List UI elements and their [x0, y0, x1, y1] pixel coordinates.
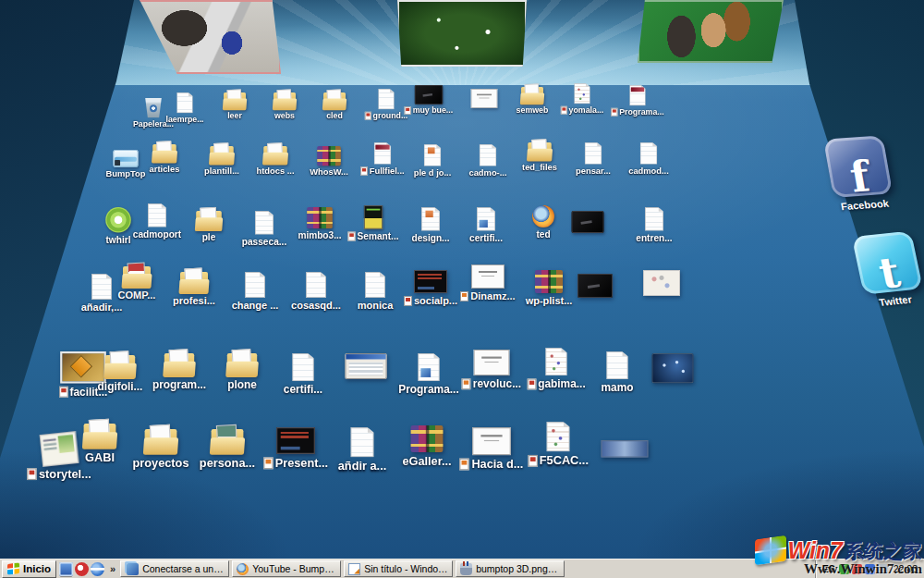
desktop-icon-doc-word[interactable]: Programa... [401, 353, 456, 395]
desktop-icon-slide-white[interactable]: Dinamz... [462, 264, 514, 301]
desktop-icon-slide-dark[interactable]: Present... [266, 427, 326, 469]
doc-red-icon [629, 85, 646, 105]
desktop-icon-doc[interactable]: certifi... [275, 353, 331, 395]
tray-icon-area [839, 564, 888, 574]
slide-dark-icon [414, 270, 447, 293]
desktop-icon-doc[interactable]: laemrpe... [164, 92, 206, 124]
opera-icon[interactable] [75, 562, 89, 576]
desktop-icon-folder[interactable]: program... [152, 353, 207, 390]
desktop-icon-folder[interactable]: GABI [70, 424, 130, 463]
toolbar-overflow-chevron[interactable]: » [107, 563, 118, 574]
desktop-icon-folder[interactable]: plantill... [200, 146, 244, 175]
paint-icon [460, 563, 472, 575]
desktop-icon-image-dark[interactable]: muy bue... [408, 85, 450, 115]
desktop-icon-slide-white[interactable]: Hacia d... [462, 427, 522, 470]
icon-label-text: F5CAC... [540, 454, 589, 467]
desktop-icon-image-blue[interactable] [645, 353, 700, 383]
desktop-icon-doc-word[interactable]: certifi... [462, 207, 510, 243]
show-desktop-icon[interactable] [59, 562, 73, 576]
desktop-icon-folder[interactable]: htdocs ... [253, 146, 298, 175]
desktop-icon-folder[interactable]: articles [142, 144, 187, 173]
desktop-icon-doc-sketch[interactable]: gabima... [529, 348, 584, 389]
desktop-icon-slide-white[interactable]: revoluc... [464, 350, 519, 389]
desktop-icon-folder-red[interactable]: COMP... [111, 266, 163, 301]
desktop-icon-firefox[interactable]: ted [519, 205, 567, 240]
desktop-icon-image-banner[interactable] [595, 440, 655, 458]
taskbar-button[interactable]: bumptop 3D.png - Paint.... [456, 560, 565, 577]
icon-label-text: BumpTop [106, 168, 146, 178]
desktop-icon-bumptop[interactable]: BumpTop [103, 150, 148, 178]
folder-icon [263, 146, 287, 165]
desktop-icon-folder[interactable]: plone [214, 353, 270, 390]
desktop-icon-doc[interactable]: change ... [229, 272, 281, 311]
facebook-shortcut[interactable]: f Facebook [823, 135, 895, 212]
desktop-icon-folder-photo[interactable]: persona... [198, 429, 258, 469]
desktop-icon-doc-dark[interactable]: Semant... [349, 205, 397, 241]
desktop-icon-folder[interactable]: ted_files [517, 142, 562, 171]
taskbar-button[interactable]: Sin título - Windows Live ... [344, 560, 453, 577]
desktop-icon-folder[interactable]: webs [264, 92, 306, 120]
desktop-icon-folder[interactable]: semweb [512, 87, 553, 115]
icon-label-text: Programa... [619, 107, 663, 117]
folder-photo-icon [212, 429, 244, 454]
tray-gray-icon[interactable] [878, 564, 888, 574]
sandals-on-grass-photo[interactable] [638, 0, 784, 63]
desktop-icon-image-dark[interactable] [569, 274, 621, 298]
desktop-icon-image-light[interactable] [636, 270, 687, 296]
icon-label: Hacia d... [460, 457, 524, 470]
start-button[interactable]: Inicio [2, 560, 56, 578]
desktop-icon-image-dark[interactable] [564, 211, 612, 233]
desktop-icon-doc[interactable]: cadmo-... [466, 144, 510, 178]
desktop-icon-folder[interactable]: digifoli... [92, 355, 148, 392]
desktop-icon-rar[interactable]: eGaller... [397, 425, 457, 467]
tray-green-icon[interactable] [839, 564, 849, 574]
desktop-icon-app-window[interactable] [338, 353, 394, 379]
internet-explorer-icon[interactable] [91, 562, 104, 576]
icon-label-text: ple [202, 232, 216, 242]
desktop-icon-doc[interactable]: cadmod... [626, 142, 671, 176]
rar-icon [411, 425, 444, 452]
desktop-icon-folder[interactable]: leer [214, 92, 256, 120]
desktop-icon-doc[interactable]: mamo [590, 351, 645, 393]
language-indicator[interactable]: ES [822, 563, 835, 574]
white-flowers-photo[interactable] [397, 0, 527, 67]
desktop-icon-doc-sketch[interactable]: yomala... [562, 83, 603, 115]
icon-label-text: añadir,... [81, 301, 123, 313]
desktop-icon-folder[interactable]: proyectos [131, 429, 191, 469]
desktop-icon-folder[interactable]: profesi... [168, 272, 220, 306]
image-dark-icon [415, 85, 443, 105]
taskbar-button-label: Sin título - Windows Live ... [364, 563, 448, 574]
icon-label-text: socialp... [414, 295, 457, 306]
taskbar-button-label: YouTube - BumpTop 3D ... [252, 563, 336, 574]
icon-label: Semant... [347, 231, 398, 241]
desktop-icon-doc-red[interactable]: Programa... [617, 85, 659, 117]
desktop-icon-doc[interactable]: cadmoport [133, 203, 181, 240]
desktop-icon-doc[interactable]: pensar... [571, 142, 615, 176]
icon-label: articles [150, 164, 180, 173]
icon-label-text: plantill... [204, 166, 239, 175]
desktop-icon-doc[interactable]: monica [349, 272, 401, 311]
desktop-icon-doc[interactable]: añdir a... [333, 427, 393, 473]
tray-red-icon[interactable] [852, 564, 862, 574]
icon-label: laemrpe... [165, 115, 203, 124]
desktop-icon-doc-stamp[interactable]: ple d jo... [410, 144, 455, 178]
desktop-icon-doc[interactable]: cosasqd... [290, 272, 342, 311]
desktop-icon-doc-sketch[interactable]: F5CAC... [529, 422, 589, 467]
taskbar-button[interactable]: Conectarse a una red [120, 560, 229, 577]
tray-blue-icon[interactable] [865, 564, 875, 574]
desktop-icon-slide-white[interactable] [464, 89, 505, 108]
desktop-icon-folder[interactable]: cled [314, 92, 356, 120]
icon-label: F5CAC... [528, 454, 589, 467]
desktop-icon-doc[interactable]: ground... [366, 89, 407, 120]
desktop-icon-rar[interactable]: wp-plist... [523, 270, 575, 306]
desktop-icon-doc-red[interactable]: Fullfiel... [360, 142, 405, 176]
desktop-icon-slide-dark[interactable]: socialp... [405, 270, 456, 306]
desktop-icon-rar[interactable]: WhosW... [307, 146, 351, 177]
taskbar-button[interactable]: YouTube - BumpTop 3D ... [232, 560, 341, 577]
desktop-icon-doc[interactable]: entren... [630, 207, 678, 243]
desktop-icon-folder[interactable]: ple [185, 211, 233, 242]
clock[interactable]: 22:03 [894, 563, 918, 574]
desktop-icon-rar[interactable]: mimbo3... [296, 207, 344, 240]
desktop-icon-doc[interactable]: passeca... [240, 211, 288, 247]
desktop-icon-doc-stamp[interactable]: design... [407, 207, 455, 243]
